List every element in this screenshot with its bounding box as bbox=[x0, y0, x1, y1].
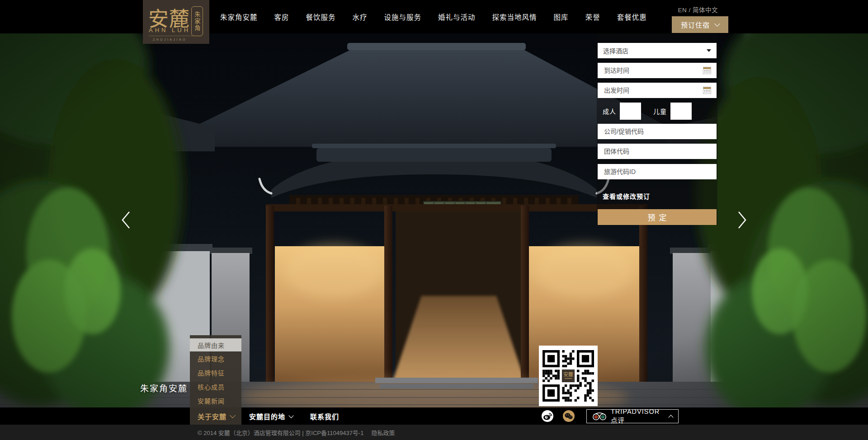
carousel-prev-button[interactable] bbox=[120, 211, 131, 229]
nav-item-weddings[interactable]: 婚礼与活动 bbox=[438, 12, 476, 22]
language-switcher[interactable]: EN / 简体中文 bbox=[678, 5, 718, 14]
copyright-text: © 2014 安麓（北京）酒店管理有限公司 | 京ICP备11049437号-1 bbox=[198, 428, 363, 437]
bottom-nav-about[interactable]: 关于安麓 bbox=[190, 407, 241, 425]
tripadvisor-owl-icon bbox=[592, 412, 607, 421]
contact-label: 联系我们 bbox=[310, 412, 339, 421]
slide-caption: 朱家角安麓 bbox=[140, 382, 188, 394]
chevron-up-icon bbox=[668, 415, 673, 420]
nav-item-explore[interactable]: 探索当地风情 bbox=[492, 12, 537, 22]
book-stay-button[interactable]: 预订住宿 bbox=[672, 16, 728, 33]
departure-date-field[interactable] bbox=[598, 83, 717, 98]
logo-zhujiajiao-seal: 朱家角 bbox=[191, 6, 203, 36]
travel-id-input[interactable] bbox=[603, 168, 711, 176]
menu-item-core-members[interactable]: 核心成员 bbox=[190, 379, 241, 393]
qr-center-logo: 安麓 bbox=[563, 371, 573, 377]
nav-item-offers[interactable]: 套餐优惠 bbox=[617, 12, 647, 22]
children-label: 儿童 bbox=[653, 107, 667, 116]
tripadvisor-label: TRIPADVISOR 点评 bbox=[611, 408, 665, 425]
logo-latin: AHN LUH bbox=[149, 27, 190, 33]
hotel-select[interactable]: 选择酒店 bbox=[598, 43, 717, 58]
privacy-policy-link[interactable]: 隐私政策 bbox=[371, 428, 395, 437]
guests-row: 成人 儿童 bbox=[598, 103, 717, 120]
footer-bar: © 2014 安麓（北京）酒店管理有限公司 | 京ICP备11049437号-1… bbox=[0, 425, 868, 440]
chevron-down-icon bbox=[288, 413, 293, 418]
nav-item-dining[interactable]: 餐饮服务 bbox=[306, 12, 336, 22]
calendar-icon[interactable] bbox=[703, 67, 711, 74]
arrival-date-input[interactable] bbox=[603, 66, 703, 75]
nav-item-facilities[interactable]: 设施与服务 bbox=[384, 12, 422, 22]
promo-code-input[interactable] bbox=[603, 127, 711, 136]
adults-input[interactable] bbox=[620, 103, 641, 120]
ahn-luh-logo[interactable]: 安麓 朱家角 AHN LUH ZHUJIAJIAO bbox=[143, 0, 209, 44]
reserve-button[interactable]: 预定 bbox=[598, 209, 717, 225]
calendar-icon[interactable] bbox=[703, 87, 711, 94]
hotel-select-value: 选择酒店 bbox=[603, 46, 707, 55]
destinations-label: 安麓目的地 bbox=[249, 412, 285, 421]
chevron-down-icon bbox=[714, 21, 720, 27]
group-code-field[interactable] bbox=[598, 144, 717, 159]
book-stay-label: 预订住宿 bbox=[681, 20, 710, 29]
nav-item-gallery[interactable]: 图库 bbox=[554, 12, 569, 22]
about-dropdown-menu: 品牌由来 品牌理念 品牌特征 核心成员 安麓新闻 关于安麓 bbox=[190, 335, 241, 425]
wechat-icon[interactable] bbox=[563, 410, 575, 422]
nav-item-hotel[interactable]: 朱家角安麓 bbox=[220, 12, 258, 22]
logo-divider bbox=[149, 36, 193, 36]
bottom-nav-destinations[interactable]: 安麓目的地 bbox=[249, 407, 293, 425]
about-label: 关于安麓 bbox=[198, 412, 226, 421]
bottom-nav-bar: 安麓目的地 联系我们 bbox=[0, 407, 868, 425]
dropdown-triangle-icon[interactable] bbox=[707, 49, 711, 52]
adults-label: 成人 bbox=[603, 107, 616, 116]
chevron-down-icon bbox=[230, 412, 236, 418]
logo-subtitle: ZHUJIAJIAO bbox=[153, 38, 187, 41]
wechat-qr-code: 安麓 bbox=[539, 346, 598, 406]
carousel-next-button[interactable] bbox=[737, 211, 748, 229]
travel-id-field[interactable] bbox=[598, 164, 717, 179]
nav-item-awards[interactable]: 荣誉 bbox=[585, 12, 600, 22]
nav-item-spa[interactable]: 水疗 bbox=[353, 12, 368, 22]
bottom-nav-contact[interactable]: 联系我们 bbox=[310, 407, 339, 425]
menu-item-brand-features[interactable]: 品牌特征 bbox=[190, 365, 241, 379]
children-input[interactable] bbox=[670, 103, 692, 120]
menu-item-brand-origin[interactable]: 品牌由来 bbox=[190, 338, 241, 351]
menu-item-news[interactable]: 安麓新闻 bbox=[190, 393, 241, 407]
promo-code-field[interactable] bbox=[598, 124, 717, 139]
nav-item-rooms[interactable]: 客房 bbox=[274, 12, 289, 22]
main-nav: 朱家角安麓 客房 餐饮服务 水疗 设施与服务 婚礼与活动 探索当地风情 图库 荣… bbox=[220, 0, 647, 33]
booking-panel: 选择酒店 成人 儿童 bbox=[597, 33, 717, 225]
modify-reservation-link[interactable]: 查看或修改预订 bbox=[603, 192, 650, 201]
departure-date-input[interactable] bbox=[603, 86, 703, 94]
weibo-icon[interactable] bbox=[542, 410, 553, 422]
tripadvisor-button[interactable]: TRIPADVISOR 点评 bbox=[586, 409, 679, 423]
menu-item-brand-philosophy[interactable]: 品牌理念 bbox=[190, 351, 241, 365]
qr-pattern: 安麓 bbox=[542, 350, 594, 402]
arrival-date-field[interactable] bbox=[598, 63, 717, 78]
group-code-input[interactable] bbox=[603, 147, 711, 155]
